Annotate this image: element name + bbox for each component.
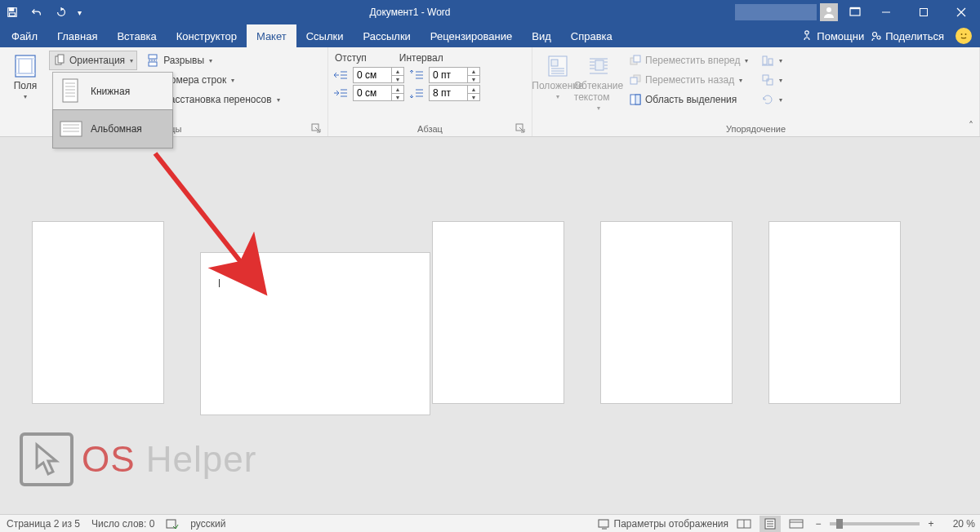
svg-point-12 <box>961 33 963 35</box>
hyphenation-label: Расстановка переносов <box>163 94 272 105</box>
tab-help[interactable]: Справка <box>561 24 622 47</box>
svg-rect-78 <box>167 520 176 528</box>
space-before-icon <box>409 69 424 81</box>
tab-view[interactable]: Вид <box>522 24 561 47</box>
view-web-layout-icon[interactable] <box>786 516 807 532</box>
spinner-up-icon[interactable]: ▲ <box>468 86 479 93</box>
space-before-spinner[interactable]: ▲▼ <box>429 67 480 83</box>
svg-rect-4 <box>850 8 860 16</box>
svg-line-77 <box>155 153 261 288</box>
svg-point-3 <box>826 7 831 12</box>
indent-right-input[interactable] <box>354 87 391 99</box>
minimize-button[interactable] <box>867 0 905 24</box>
orientation-dropdown: Книжная Альбомная <box>52 72 173 149</box>
breaks-label: Разрывы <box>163 55 204 66</box>
send-backward-label: Переместить назад <box>645 74 734 86</box>
view-read-mode-icon[interactable] <box>733 516 755 532</box>
spinner-up-icon[interactable]: ▲ <box>468 68 479 75</box>
spinner-down-icon[interactable]: ▼ <box>468 93 479 100</box>
spinner-up-icon[interactable]: ▲ <box>392 68 403 75</box>
status-word-count[interactable]: Число слов: 0 <box>91 518 154 530</box>
space-after-input[interactable] <box>430 87 467 99</box>
tab-review[interactable]: Рецензирование <box>421 24 522 47</box>
margins-button[interactable]: Поля ▾ <box>5 51 46 100</box>
orientation-portrait-item[interactable]: Книжная <box>53 73 172 110</box>
tab-mailings[interactable]: Рассылки <box>353 24 420 47</box>
status-language[interactable]: русский <box>190 518 225 530</box>
display-settings-label: Параметры отображения <box>614 518 729 530</box>
svg-rect-57 <box>595 60 604 70</box>
zoom-slider-thumb[interactable] <box>836 519 843 529</box>
zoom-out-button[interactable]: − <box>812 518 825 530</box>
status-page[interactable]: Страница 2 из 5 <box>7 518 80 530</box>
annotation-arrow <box>131 137 294 320</box>
qat-customize-icon[interactable]: ▾ <box>74 0 85 24</box>
tab-home[interactable]: Главная <box>47 24 107 47</box>
indent-label: Отступ <box>335 52 367 64</box>
bring-forward-label: Переместить вперед <box>645 55 740 66</box>
indent-right-spinner[interactable]: ▲▼ <box>353 85 404 101</box>
svg-rect-30 <box>149 55 157 59</box>
selection-pane-button[interactable]: Область выделения <box>626 90 751 109</box>
close-button[interactable] <box>942 0 980 24</box>
tab-insert[interactable]: Вставка <box>107 24 166 47</box>
collapse-ribbon-icon[interactable]: ˄ <box>969 120 973 131</box>
page-5-thumb[interactable] <box>769 222 900 403</box>
view-print-layout-icon[interactable] <box>760 516 781 532</box>
svg-rect-69 <box>630 78 637 84</box>
display-settings-button[interactable]: Параметры отображения <box>598 518 729 530</box>
page-3-thumb[interactable] <box>433 222 564 403</box>
tell-me-label: Помощни <box>817 30 864 42</box>
rotate-button: ▾ <box>758 90 786 109</box>
orientation-landscape-item[interactable]: Альбомная <box>52 109 173 149</box>
breaks-button[interactable]: Разрывы▾ <box>144 51 283 70</box>
tab-layout[interactable]: Макет <box>247 24 296 47</box>
page-4-thumb[interactable] <box>601 222 732 403</box>
zoom-in-button[interactable]: + <box>924 518 938 530</box>
user-name-area[interactable] <box>735 4 817 20</box>
align-button: ▾ <box>758 51 786 70</box>
spinner-down-icon[interactable]: ▼ <box>468 75 479 82</box>
redo-icon[interactable] <box>49 0 74 24</box>
ribbon-tabs: Файл Главная Вставка Конструктор Макет С… <box>0 24 980 47</box>
svg-rect-67 <box>634 55 640 62</box>
status-bar: Страница 2 из 5 Число слов: 0 русский Па… <box>0 514 980 532</box>
svg-rect-26 <box>60 122 82 136</box>
tab-references[interactable]: Ссылки <box>296 24 354 47</box>
page-setup-launcher-icon[interactable] <box>311 123 321 133</box>
indent-left-spinner[interactable]: ▲▼ <box>353 67 404 83</box>
tab-file[interactable]: Файл <box>2 24 47 47</box>
tab-design[interactable]: Конструктор <box>167 24 247 47</box>
watermark-text: OS Helper <box>82 439 256 480</box>
svg-point-11 <box>877 36 880 39</box>
share-button[interactable]: Поделиться <box>871 30 944 42</box>
zoom-slider[interactable] <box>830 522 920 525</box>
space-after-spinner[interactable]: ▲▼ <box>429 85 480 101</box>
spinner-up-icon[interactable]: ▲ <box>392 86 403 93</box>
user-avatar-icon[interactable] <box>820 3 838 21</box>
svg-rect-76 <box>767 79 773 85</box>
save-icon[interactable] <box>0 0 24 24</box>
margins-label: Поля <box>14 80 38 91</box>
undo-icon[interactable] <box>24 0 49 24</box>
document-area[interactable]: OS Helper <box>0 137 980 514</box>
feedback-smiley-icon[interactable] <box>956 28 972 44</box>
orientation-button[interactable]: Ориентация▾ <box>49 51 137 70</box>
spinner-down-icon[interactable]: ▼ <box>392 75 403 82</box>
send-backward-button: Переместить назад▾ <box>626 70 751 90</box>
status-proofing-icon[interactable] <box>166 518 179 530</box>
zoom-level[interactable]: 20 % <box>942 518 975 530</box>
maximize-button[interactable] <box>905 0 942 24</box>
svg-point-13 <box>965 33 967 35</box>
spinner-down-icon[interactable]: ▼ <box>392 93 403 100</box>
indent-left-input[interactable] <box>354 69 391 81</box>
space-before-input[interactable] <box>430 69 467 81</box>
orientation-landscape-label: Альбомная <box>91 123 142 135</box>
wrap-text-button: Обтекание текстом▾ <box>578 51 619 112</box>
position-button: Положение▾ <box>537 51 578 100</box>
tell-me-button[interactable]: Помощни <box>802 30 864 42</box>
ribbon-display-options-icon[interactable] <box>843 0 867 24</box>
group-paragraph-label: Абзац <box>417 124 443 134</box>
indent-left-icon <box>333 69 348 81</box>
paragraph-launcher-icon[interactable] <box>515 123 525 133</box>
